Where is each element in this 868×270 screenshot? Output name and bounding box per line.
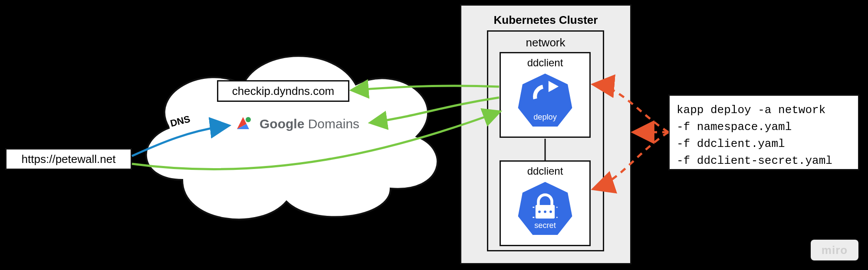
k8s-secret-kind-label: secret: [534, 221, 556, 230]
pod-ddclient-deploy: ddclient deploy: [500, 52, 591, 138]
google-domains-product: Domains: [308, 117, 359, 131]
kapp-command-box: kapp deploy -a network -f namespace.yaml…: [668, 94, 859, 170]
dns-label: DNS: [168, 113, 193, 130]
pod-deploy-title: ddclient: [501, 57, 589, 69]
pod-ddclient-secret: ddclient secret: [500, 160, 591, 246]
kubernetes-cluster-title: Kubernetes Cluster: [461, 13, 630, 27]
google-domains-text: Google Domains: [260, 117, 359, 131]
cmd-line-1: kapp deploy -a network: [677, 102, 851, 119]
cmd-line-2: -f namespace.yaml: [677, 119, 851, 136]
url-label: https://petewall.net: [22, 153, 116, 166]
svg-point-7: [549, 211, 552, 213]
diagram-stage: Kubernetes Cluster network ddclient depl…: [0, 0, 868, 270]
cmd-line-3: -f ddclient.yaml: [677, 136, 851, 153]
cmd-line-4: -f ddclient-secret.yaml: [677, 153, 851, 169]
miro-badge: miro: [811, 240, 858, 260]
google-domains-brand: Google: [260, 117, 304, 131]
pod-secret-title: ddclient: [501, 165, 589, 177]
google-domains-icon: [234, 114, 253, 133]
checkip-box: checkip.dyndns.com: [217, 80, 349, 102]
google-domains-block: Google Domains: [234, 114, 359, 133]
k8s-deploy-kind-label: deploy: [533, 113, 557, 121]
k8s-deploy-icon: deploy: [517, 72, 573, 128]
network-title: network: [488, 36, 603, 49]
svg-point-6: [544, 211, 546, 213]
svg-point-5: [538, 211, 541, 213]
svg-point-10: [246, 117, 251, 122]
k8s-secret-icon: secret: [517, 180, 573, 237]
miro-label: miro: [822, 244, 848, 257]
checkip-label: checkip.dyndns.com: [232, 85, 335, 98]
url-box: https://petewall.net: [5, 148, 132, 170]
arrow-dns: [132, 126, 228, 156]
